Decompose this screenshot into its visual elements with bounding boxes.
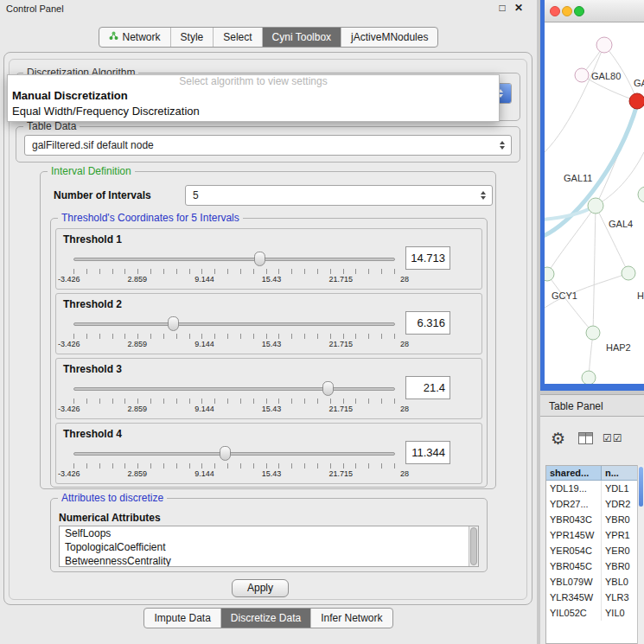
- tab-select[interactable]: Select: [214, 28, 262, 47]
- tab-label: Infer Network: [321, 612, 382, 624]
- threshold-value-field[interactable]: 14.713: [405, 246, 450, 270]
- apply-button[interactable]: Apply: [232, 579, 289, 597]
- table-cell[interactable]: YBR045C: [546, 558, 602, 574]
- tab-impute-data[interactable]: Impute Data: [144, 609, 220, 628]
- attributes-list-scrollbar[interactable]: [469, 526, 478, 566]
- table-row[interactable]: YBR043CYBR0: [546, 512, 644, 527]
- network-node[interactable]: [588, 198, 603, 214]
- minimize-traffic-light-icon[interactable]: [562, 6, 572, 16]
- slider-track[interactable]: [73, 322, 395, 326]
- table-scrollbar[interactable]: [637, 465, 644, 644]
- threshold-value-field[interactable]: 21.4: [405, 376, 450, 399]
- thresholds-group-title: Threshold's Coordinates for 5 Intervals: [58, 212, 243, 224]
- threshold-slider[interactable]: [73, 252, 395, 267]
- tick-label: 9.144: [194, 340, 214, 348]
- table-row[interactable]: YIL052CYIL0: [546, 605, 644, 621]
- tick-label: 2.859: [128, 469, 148, 478]
- select-columns-icon[interactable]: ☑☑: [603, 432, 623, 444]
- table-data-combobox[interactable]: galFiltered.sif default node: [24, 135, 512, 156]
- slider-track[interactable]: [73, 452, 395, 456]
- network-canvas[interactable]: GAL80 GA GAL11 GAL4 GCY1 H HAP2: [545, 22, 644, 384]
- table-row[interactable]: YPR145WYPR1: [546, 527, 644, 543]
- table-cell[interactable]: YBR043C: [546, 512, 602, 527]
- slider-handle[interactable]: [322, 381, 334, 396]
- popup-option-manual-discretization[interactable]: Manual Discretization: [8, 88, 499, 104]
- tick-label: 21.715: [328, 405, 353, 413]
- table-data-group-title: Table Data: [23, 120, 80, 132]
- network-graph-svg[interactable]: GAL80 GA GAL11 GAL4 GCY1 H HAP2: [545, 22, 644, 384]
- table-cell[interactable]: YBL079W: [546, 574, 602, 590]
- tick-label: 9.144: [194, 469, 214, 478]
- list-item-betweennesscentrality[interactable]: BetweennessCentrality: [60, 554, 478, 567]
- interval-group-title: Interval Definition: [48, 165, 135, 177]
- network-node[interactable]: [638, 187, 644, 202]
- network-node[interactable]: [575, 68, 589, 82]
- spinner-arrows-icon[interactable]: [500, 141, 505, 150]
- tab-infer-network[interactable]: Infer Network: [311, 609, 392, 628]
- maximize-traffic-light-icon[interactable]: [574, 6, 584, 16]
- network-node[interactable]: [596, 37, 612, 53]
- table-cell[interactable]: YIL052C: [546, 605, 602, 621]
- slider-handle[interactable]: [168, 316, 179, 331]
- table-row[interactable]: YER054CYER0: [546, 543, 644, 558]
- network-node[interactable]: [582, 371, 596, 384]
- table-row[interactable]: YLR345WYLR3: [546, 590, 644, 605]
- float-window-button[interactable]: □: [495, 2, 509, 14]
- tick-label: 2.859: [128, 340, 148, 348]
- slider-handle[interactable]: [254, 252, 265, 266]
- close-traffic-light-icon[interactable]: [550, 6, 560, 16]
- threshold-slider[interactable]: [73, 381, 395, 397]
- table-row[interactable]: YDL19...YDL1: [546, 481, 644, 496]
- slider-ruler: [73, 463, 395, 469]
- network-node[interactable]: [586, 326, 600, 340]
- network-node-label: GCY1: [552, 290, 577, 301]
- table-cell[interactable]: YPR145W: [546, 527, 602, 543]
- num-intervals-combobox[interactable]: 5: [185, 185, 493, 206]
- tick-label: 9.144: [194, 275, 214, 284]
- list-item-topologicalcoefficient[interactable]: TopologicalCoefficient: [60, 540, 478, 554]
- list-item-selfloops[interactable]: SelfLoops: [60, 526, 478, 540]
- network-node-label: H: [637, 290, 644, 301]
- table-row[interactable]: YDR27...YDR2: [546, 496, 644, 512]
- threshold-value-field[interactable]: 6.316: [405, 311, 450, 335]
- table-cell[interactable]: YDL19...: [546, 481, 602, 496]
- threshold-slider[interactable]: [73, 316, 395, 332]
- network-node[interactable]: [545, 267, 554, 281]
- popup-option-equal-width-frequency-discretization[interactable]: Equal Width/Frequency Discretization: [8, 104, 499, 119]
- slider-track[interactable]: [73, 258, 395, 261]
- table-row[interactable]: YBL079WYBL0: [546, 574, 644, 590]
- network-node[interactable]: [622, 266, 635, 280]
- network-view-titlebar[interactable]: [545, 0, 644, 22]
- close-window-button[interactable]: ✕: [512, 2, 526, 14]
- network-node-label: GAL11: [564, 173, 592, 183]
- popup-placeholder: Select algorithm to view settings: [8, 75, 499, 88]
- table-cell[interactable]: YER054C: [546, 543, 602, 558]
- tab-jactivemnodules[interactable]: jActiveMNodules: [341, 28, 437, 47]
- tab-style[interactable]: Style: [171, 28, 214, 47]
- top-tab-bar: NetworkStyleSelectCyni ToolboxjActiveMNo…: [0, 27, 537, 48]
- threshold-value-field[interactable]: 11.344: [405, 441, 450, 464]
- slider-track[interactable]: [73, 387, 395, 391]
- node-table: shared... n... YDL19...YDL1YDR27...YDR2Y…: [545, 465, 644, 644]
- columns-icon[interactable]: [578, 432, 594, 449]
- table-panel-bar[interactable]: Table Panel: [540, 394, 644, 417]
- table-row[interactable]: YBR045CYBR0: [546, 558, 644, 574]
- tab-cyni-toolbox[interactable]: Cyni Toolbox: [263, 28, 341, 47]
- slider-handle[interactable]: [220, 446, 231, 461]
- gear-icon[interactable]: ⚙: [551, 427, 565, 451]
- table-toolbar: ⚙ ☑☑: [540, 425, 644, 455]
- tab-label: Style: [181, 31, 204, 43]
- spinner-arrows-icon[interactable]: [481, 191, 486, 200]
- numerical-attributes-label: Numerical Attributes: [59, 512, 161, 524]
- selected-red-node[interactable]: [629, 93, 644, 109]
- table-cell[interactable]: YDR27...: [546, 496, 602, 512]
- scrollbar-thumb[interactable]: [470, 527, 477, 565]
- table-header-cell[interactable]: shared...: [546, 466, 602, 481]
- tick-label: -3.426: [58, 469, 80, 478]
- threshold-slider[interactable]: [73, 446, 395, 462]
- scrollbar-thumb[interactable]: [639, 467, 643, 507]
- tab-network[interactable]: Network: [99, 28, 171, 47]
- attributes-list[interactable]: SelfLoopsTopologicalCoefficientBetweenne…: [59, 526, 479, 567]
- tab-discretize-data[interactable]: Discretize Data: [221, 609, 311, 628]
- table-cell[interactable]: YLR345W: [546, 590, 602, 605]
